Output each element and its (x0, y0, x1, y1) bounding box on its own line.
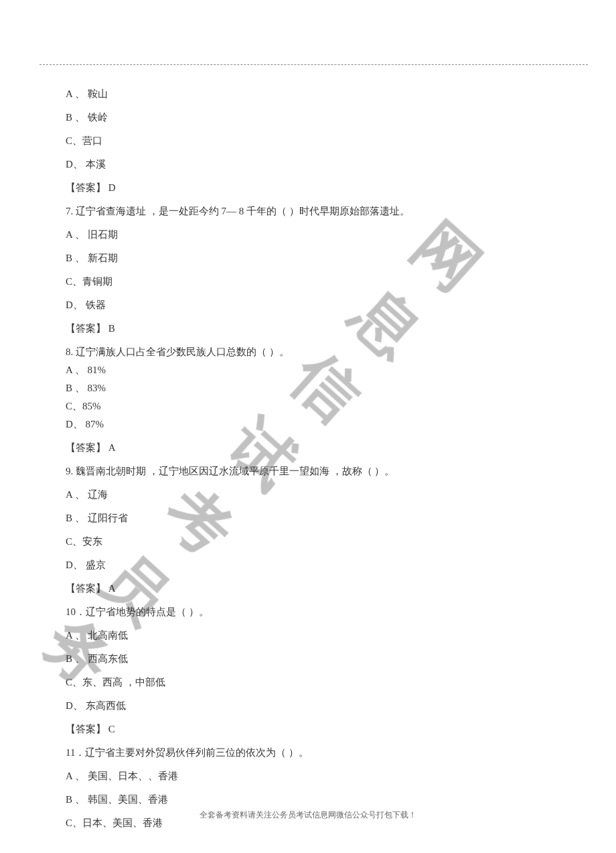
q7-answer: 【答案】 B (66, 322, 550, 336)
page-footer: 全套备考资料请关注公务员考试信息网微信公众号打包下载！ (0, 809, 616, 821)
q9-option-d: D、 盛京 (66, 558, 550, 572)
page-top-rule (40, 64, 588, 65)
q9-option-a: A 、 辽海 (66, 488, 550, 502)
q7-option-c: C、青铜期 (66, 275, 550, 289)
q8-answer: 【答案】 A (66, 441, 550, 455)
q7-option-a: A 、 旧石期 (66, 228, 550, 242)
q6-option-c: C、营口 (66, 134, 550, 148)
q8-stem: 8. 辽宁满族人口占全省少数民族人口总数的（ ）。 (66, 345, 550, 359)
q9-option-c: C、安东 (66, 535, 550, 549)
q10-option-b: B 、 西高东低 (66, 652, 550, 666)
document-body: A 、 鞍山 B 、 铁岭 C、营口 D、 本溪 【答案】 D 7. 辽宁省查海… (66, 87, 550, 840)
q11-option-b: B 、 韩国、美国、香港 (66, 793, 550, 807)
q9-option-b: B 、 辽阳行省 (66, 511, 550, 525)
q8-option-c: C、85% (66, 399, 550, 413)
q6-option-a: A 、 鞍山 (66, 87, 550, 101)
q9-stem: 9. 魏晋南北朝时期 ，辽宁地区因辽水流域平原千里一望如海 ，故称（ ）。 (66, 464, 550, 478)
q6-answer: 【答案】 D (66, 181, 550, 195)
q10-option-c: C、东、西高 ，中部低 (66, 675, 550, 690)
q8-option-a: A 、 81% (66, 363, 550, 377)
q7-option-b: B 、 新石期 (66, 251, 550, 265)
q6-option-b: B 、 铁岭 (66, 111, 550, 125)
q8-option-d: D、 87% (66, 417, 550, 432)
q10-answer: 【答案】 C (66, 722, 550, 736)
q10-option-d: D、 东高西低 (66, 699, 550, 713)
q11-option-a: A 、 美国、日本、、香港 (66, 769, 550, 783)
q7-option-d: D、 铁器 (66, 298, 550, 312)
q10-stem: 10．辽宁省地势的特点是（ ）。 (66, 605, 550, 619)
q8-option-b: B 、 83% (66, 381, 550, 395)
q6-option-d: D、 本溪 (66, 157, 550, 172)
q10-option-a: A 、 北高南低 (66, 629, 550, 643)
q11-stem: 11．辽宁省主要对外贸易伙伴列前三位的依次为（ ）。 (66, 746, 550, 760)
q7-stem: 7. 辽宁省查海遗址 ，是一处距今约 7— 8 千年的（ ）时代早期原始部落遗址… (66, 204, 550, 218)
q9-answer: 【答案】 A (66, 582, 550, 596)
